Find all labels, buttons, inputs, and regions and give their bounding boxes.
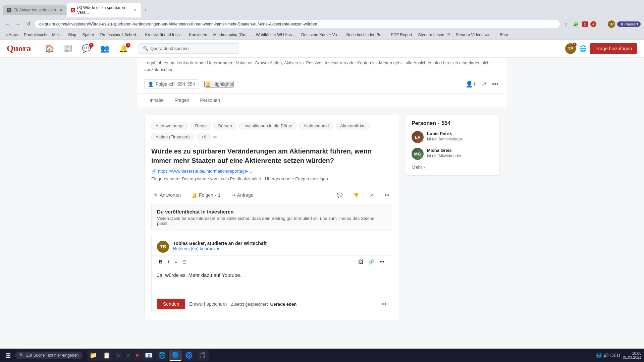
forward-button[interactable]: → bbox=[14, 20, 22, 28]
tag-rente[interactable]: Rente bbox=[191, 122, 211, 130]
quora-extension[interactable]: Q bbox=[582, 21, 588, 27]
bookmark-11[interactable]: PDF Report bbox=[389, 32, 413, 38]
share-button[interactable]: ↗ bbox=[480, 79, 488, 89]
composer-body[interactable]: Ja, würde es. Mehr dazu auf Youtube. bbox=[152, 268, 392, 295]
tag-more[interactable]: +6 bbox=[197, 133, 211, 141]
address-bar[interactable]: de.quora.com/q/investieren/Würde-es-zu-s… bbox=[35, 20, 560, 28]
tag-boersen[interactable]: Börsen bbox=[214, 122, 236, 130]
main-layout: Altersvorsorge Rente Börsen Investitione… bbox=[138, 111, 506, 320]
tab-fragen[interactable]: Fragen bbox=[169, 94, 195, 108]
unordered-list-button[interactable]: ≡ bbox=[172, 258, 179, 266]
downvote-button[interactable]: 👎 bbox=[351, 191, 362, 199]
bookmark-14[interactable]: Büro bbox=[498, 32, 509, 38]
bookmark-4[interactable]: Professionell Schrei... bbox=[99, 32, 141, 38]
person-item-2: MG Micha Greis ist ein Mitwirkender. bbox=[412, 148, 494, 160]
tab-2-close[interactable]: ✕ bbox=[134, 8, 137, 12]
space-banner-text: - egal, ob es um konkurrierende Unterneh… bbox=[138, 58, 506, 75]
bookmark-star-button[interactable]: ☆ bbox=[562, 20, 570, 28]
follow-question-icon: 🔔 bbox=[192, 192, 197, 198]
ordered-list-button[interactable]: ☰ bbox=[180, 258, 189, 266]
bookmark-10[interactable]: Noch hochladen Bu... bbox=[345, 32, 386, 38]
upvote-button[interactable]: ↗ bbox=[367, 191, 376, 199]
bell-icon: 🔔 bbox=[205, 81, 211, 87]
back-button[interactable]: ← bbox=[3, 20, 11, 28]
news-button[interactable]: 📰 bbox=[59, 42, 76, 56]
bookmark-3[interactable]: Später bbox=[81, 32, 95, 38]
link-button[interactable]: 🔗 bbox=[366, 258, 376, 266]
tag-aktienmaerkte[interactable]: Aktienmärkte bbox=[336, 122, 370, 130]
user-avatar[interactable]: TP 2 bbox=[565, 43, 576, 54]
answer-button[interactable]: ✎ Antworten bbox=[151, 191, 183, 199]
language-button[interactable]: 🌐 bbox=[579, 45, 587, 52]
bold-button[interactable]: B bbox=[157, 258, 164, 266]
pause-button[interactable]: ⏸ Pausiert bbox=[617, 21, 641, 27]
bookmark-1[interactable]: Produktsuche - Mer... bbox=[22, 32, 63, 38]
highlights-button[interactable]: 🔔 Highlights bbox=[204, 81, 234, 87]
last-saved-time: Gerade eben bbox=[270, 302, 297, 307]
right-sidebar: Personen · 554 LP Louis Petrik ist ein A… bbox=[406, 115, 500, 320]
search-icon: 🔍 bbox=[143, 46, 148, 51]
composer-ref-link[interactable]: Referenz(en) bearbeiten bbox=[173, 246, 386, 251]
person-1-name[interactable]: Louis Petrik bbox=[427, 131, 463, 136]
follow-question-button[interactable]: 🔔 Folgen · 1 bbox=[189, 191, 223, 199]
answers-button[interactable]: 💬 5 bbox=[78, 42, 95, 56]
person-add-icon-button[interactable]: 👤+ bbox=[464, 79, 478, 89]
more-toolbar-button[interactable]: ••• bbox=[377, 258, 386, 266]
bookmark-13[interactable]: Steuern Videos wic... bbox=[454, 32, 495, 38]
send-button[interactable]: Senden bbox=[157, 299, 185, 309]
add-question-button[interactable]: Frage hinzufügen bbox=[590, 43, 637, 54]
image-button[interactable]: 🖼 bbox=[356, 258, 365, 266]
extension-button[interactable]: 🧩 bbox=[572, 20, 580, 28]
bookmark-apps[interactable]: ⊞ Apps bbox=[3, 32, 19, 38]
publish-notice-text: Vielen Dank für das Interesse! Bitte ste… bbox=[157, 216, 386, 226]
person-2-role: ist ein Mitwirkender. bbox=[427, 154, 462, 158]
answer-label: Antworten bbox=[160, 192, 181, 198]
tab-personen[interactable]: Personen bbox=[195, 94, 225, 108]
question-link[interactable]: 🔗 https://www.daserste.de/information/re… bbox=[151, 169, 392, 174]
bookmark-8[interactable]: Wahlfächer WU Aus... bbox=[255, 32, 297, 38]
bookmark-5[interactable]: Kreativität und Insp... bbox=[144, 32, 184, 38]
bookmark-12-label: Steuern Lesen !!!! bbox=[418, 33, 450, 37]
more-question-options[interactable]: ••• bbox=[382, 191, 392, 199]
tab-1[interactable]: ✎ (3) Antworten verfassen ✕ bbox=[3, 5, 66, 15]
extensions-menu[interactable]: ⋮ bbox=[598, 20, 606, 28]
user-profile[interactable]: TP bbox=[608, 20, 615, 28]
tab-1-close[interactable]: ✕ bbox=[59, 8, 62, 12]
home-button[interactable]: 🏠 bbox=[41, 42, 58, 56]
more-options-button[interactable]: ••• bbox=[491, 79, 500, 89]
italic-button[interactable]: I bbox=[166, 258, 171, 266]
draft-button[interactable]: Entwurf speichern bbox=[189, 301, 227, 307]
search-bar[interactable]: 🔍 Quora durchsuchen bbox=[139, 43, 239, 54]
bookmark-6[interactable]: Kursideen bbox=[188, 32, 209, 38]
tags-row: Altersvorsorge Rente Börsen Investitione… bbox=[151, 122, 392, 141]
person-2-name[interactable]: Micha Greis bbox=[427, 148, 462, 153]
notifications-button[interactable]: 🔔 1 bbox=[115, 42, 132, 56]
address-bar-row: ← → ↺ de.quora.com/q/investieren/Würde-e… bbox=[0, 17, 644, 31]
tab-inhalte[interactable]: Inhalte bbox=[144, 94, 169, 108]
bookmark-9[interactable]: Deutsche Kurs + Vo... bbox=[300, 32, 341, 38]
tag-aktien[interactable]: Aktien (Finanzen) bbox=[151, 133, 194, 141]
extension-2[interactable]: ● bbox=[590, 21, 596, 27]
bookmark-2[interactable]: Blog bbox=[67, 32, 77, 38]
bookmark-7[interactable]: Mindmapping (Gru... bbox=[212, 32, 251, 38]
pencil-icon: ✎ bbox=[154, 192, 158, 198]
follow-button[interactable]: 👤 Folge ich 554 554 bbox=[144, 79, 199, 89]
notifications-badge: 1 bbox=[126, 43, 130, 48]
tab-2[interactable]: Q (3) Würde es zu spürbaren Verä... ✕ bbox=[67, 3, 141, 17]
comment-icon-button[interactable]: 💬 bbox=[334, 191, 345, 199]
request-button[interactable]: ↪ Anfrage bbox=[229, 191, 256, 199]
persons-separator: · bbox=[438, 120, 439, 126]
composer-more-options[interactable]: ••• bbox=[381, 301, 386, 307]
new-tab-button[interactable]: + bbox=[142, 6, 150, 14]
more-persons-link[interactable]: Mehr › bbox=[412, 165, 494, 170]
header-right: TP 2 🌐 Frage hinzufügen bbox=[565, 43, 637, 54]
tag-aktienhandel[interactable]: Aktienhandel bbox=[299, 122, 333, 130]
tag-investitionen[interactable]: Investitionen in die Börse bbox=[239, 122, 297, 130]
refresh-button[interactable]: ↺ bbox=[25, 19, 32, 28]
last-saved-prefix: Zuletzt gespeichert bbox=[231, 302, 268, 307]
question-meta: Eingereicherter Beitrag wurde von Louis … bbox=[151, 176, 392, 181]
bookmark-12[interactable]: Steuern Lesen !!!! bbox=[417, 32, 451, 38]
tag-edit-icon[interactable]: ✏ bbox=[213, 134, 217, 140]
tag-altersvorsorge[interactable]: Altersvorsorge bbox=[151, 122, 188, 130]
spaces-button[interactable]: 👥 bbox=[96, 42, 113, 56]
